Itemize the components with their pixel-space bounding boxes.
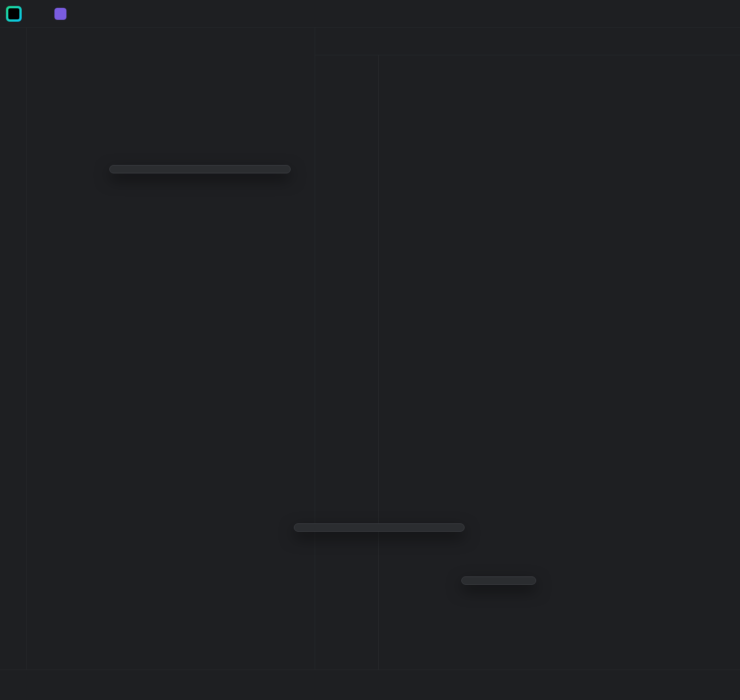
editor-tabs [315, 28, 740, 55]
hamburger-icon [31, 9, 41, 18]
editor [315, 28, 740, 670]
gutter-divider [378, 55, 379, 670]
project-panel-header[interactable] [27, 28, 315, 58]
chevron-down-icon [41, 40, 48, 47]
chevron-down-icon [74, 10, 81, 17]
pycharm-window [0, 0, 740, 700]
titlebar [0, 0, 740, 28]
context-menu [109, 165, 291, 173]
pycharm-logo [6, 6, 22, 22]
browser-menu [461, 576, 536, 585]
pycharm-logo-text [8, 8, 19, 19]
left-toolbar [0, 28, 27, 670]
vcs-selector[interactable] [91, 8, 110, 19]
chevron-down-icon [99, 10, 106, 17]
status-bar [0, 670, 740, 700]
main-menu-button[interactable] [28, 6, 44, 22]
open-in-menu [294, 523, 465, 532]
project-badge [54, 8, 66, 20]
project-selector[interactable] [50, 6, 85, 22]
project-panel [27, 28, 315, 670]
